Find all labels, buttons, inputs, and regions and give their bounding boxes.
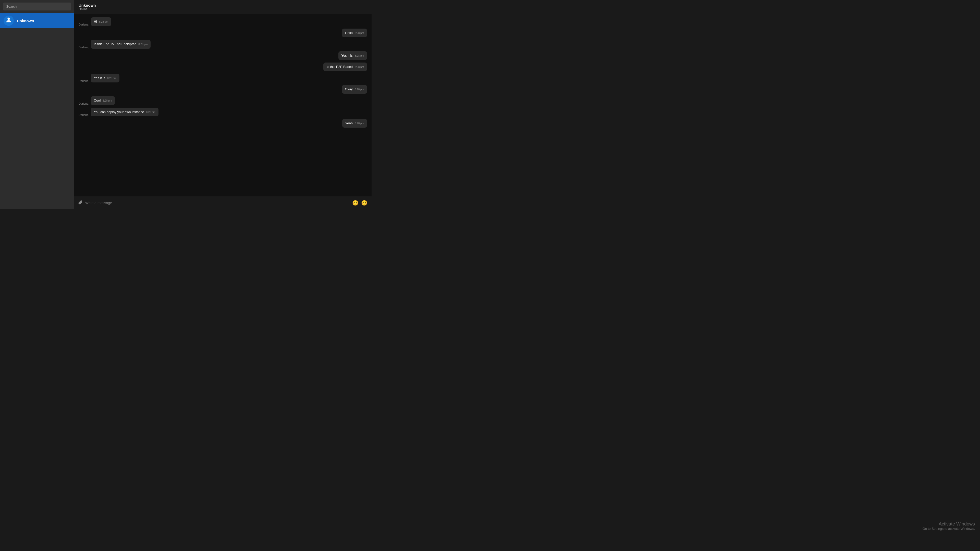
message-bubble-sent: Okay8:28 pm [342,85,367,94]
message-time: 8:28 pm [355,88,364,91]
message-bubble-received: You can deploy your own instance8:28 pm [91,108,159,116]
attach-icon[interactable] [78,200,83,206]
emoji-button-1[interactable]: 😊 [352,200,359,206]
sender-label: Darlene, [79,23,89,26]
message-row: Yes it is8:28 pm [79,51,367,60]
message-bubble-sent: Yes it is8:28 pm [339,51,367,60]
messages-container: Darlene,Hi8:28 pmHello8:28 pmDarlene,Is … [74,14,372,196]
message-time: 8:28 pm [107,77,116,80]
message-bubble-received: Cool8:28 pm [91,96,115,105]
message-time: 8:28 pm [355,65,364,68]
message-input[interactable] [85,201,350,205]
chat-header-status: Online [79,7,367,11]
message-bubble-received: Yes it is8:28 pm [91,74,119,83]
message-row: Darlene,Cool8:28 pm [79,96,367,105]
avatar-icon [5,16,12,25]
message-time: 8:28 pm [355,54,364,57]
message-time: 8:28 pm [103,99,112,102]
contact-name: Unknown [17,19,34,23]
message-row: Hello8:28 pm [79,29,367,37]
message-bubble-sent: Yeah8:28 pm [342,119,367,127]
message-row: Darlene,Hi8:28 pm [79,18,367,26]
chat-area: Unknown Online Darlene,Hi8:28 pmHello8:2… [74,0,372,209]
message-time: 8:28 pm [355,122,364,125]
message-row: Darlene,Yes it is8:28 pm [79,74,367,83]
contact-item-unknown[interactable]: Unknown [0,13,74,28]
sidebar: Search Unknown [0,0,74,209]
message-bubble-received: Is this End To End Encrypted8:28 pm [91,40,151,48]
chat-header: Unknown Online [74,0,372,14]
message-row: Okay8:28 pm [79,85,367,94]
message-row: Is this P2P Based8:28 pm [79,62,367,71]
message-time: 8:28 pm [138,43,148,46]
message-row: Darlene,Is this End To End Encrypted8:28… [79,40,367,48]
message-bubble-received: Hi8:28 pm [91,18,111,26]
message-row: Darlene,You can deploy your own instance… [79,108,367,116]
sender-label: Darlene, [79,102,89,105]
message-time: 8:28 pm [146,111,155,113]
sender-label: Darlene, [79,46,89,49]
avatar [3,16,14,26]
svg-point-0 [7,18,10,20]
message-row: Yeah8:28 pm [79,119,367,127]
search-input[interactable]: Search [3,3,71,10]
chat-header-name: Unknown [79,3,367,7]
sender-label: Darlene, [79,80,89,83]
emoji-button-2[interactable]: 😊 [361,200,368,206]
message-time: 8:28 pm [355,32,364,35]
sender-label: Darlene, [79,113,89,116]
message-input-area: 😊 😊 [74,196,372,209]
message-time: 8:28 pm [99,21,108,23]
message-bubble-sent: Is this P2P Based8:28 pm [323,62,367,71]
message-bubble-sent: Hello8:28 pm [342,29,367,37]
